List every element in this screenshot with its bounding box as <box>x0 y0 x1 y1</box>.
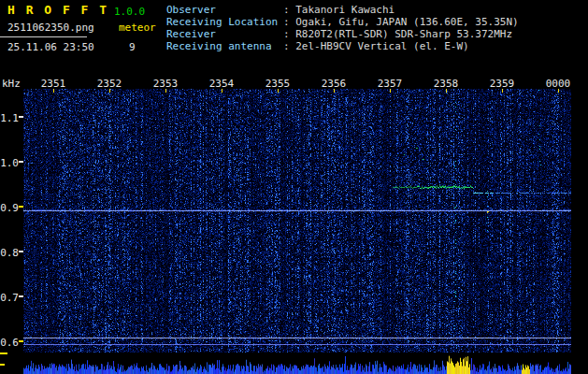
info-value: : Ogaki, Gifu, JAPAN (136.60E, 35.35N) <box>283 16 519 28</box>
station-info: Observer: Takanori Kawachi Receiving Loc… <box>166 4 519 52</box>
freq-tick-label: 0.9 <box>0 202 19 214</box>
app-title: H R O F F T <box>7 3 108 17</box>
echo-count: 9 <box>129 41 136 53</box>
info-row-location: Receiving Location: Ogaki, Gifu, JAPAN (… <box>166 16 519 28</box>
info-label: Receiving Location <box>166 16 283 28</box>
info-row-observer: Observer: Takanori Kawachi <box>166 4 519 16</box>
level-scale-tick <box>0 364 5 366</box>
level-strip-canvas <box>23 352 571 374</box>
spectrogram-canvas <box>23 89 571 352</box>
freq-unit-label: kHz <box>2 78 21 90</box>
info-row-antenna: Receiving antenna: 2el-HB9CV Vertical (e… <box>166 40 519 52</box>
freq-tick-label: 1.0 <box>0 157 19 169</box>
freq-tick-label: 0.6 <box>0 337 19 349</box>
mode-label: meteor <box>119 22 156 34</box>
header-divider <box>0 36 87 37</box>
info-value: : R820T2(RTL-SDR) SDR-Sharp 53.372MHz <box>283 28 512 40</box>
info-value: : 2el-HB9CV Vertical (el. E-W) <box>283 40 469 52</box>
app-version: 1.0.0 <box>114 6 145 18</box>
info-value: : Takanori Kawachi <box>283 4 394 16</box>
datetime-label: 25.11.06 23:50 <box>7 41 94 53</box>
output-filename: 2511062350.png <box>7 22 94 34</box>
freq-tick-label: 0.7 <box>0 292 19 304</box>
info-label: Observer <box>166 4 283 16</box>
freq-tick-label: 0.8 <box>0 247 19 259</box>
info-label: Receiver <box>166 28 283 40</box>
hrofft-window: H R O F F T 1.0.0 2511062350.png meteor … <box>0 0 588 374</box>
freq-tick-label: 1.1 <box>0 112 19 124</box>
level-scale-tick <box>0 352 7 354</box>
info-row-receiver: Receiver: R820T2(RTL-SDR) SDR-Sharp 53.3… <box>166 28 519 40</box>
info-label: Receiving antenna <box>166 40 283 52</box>
